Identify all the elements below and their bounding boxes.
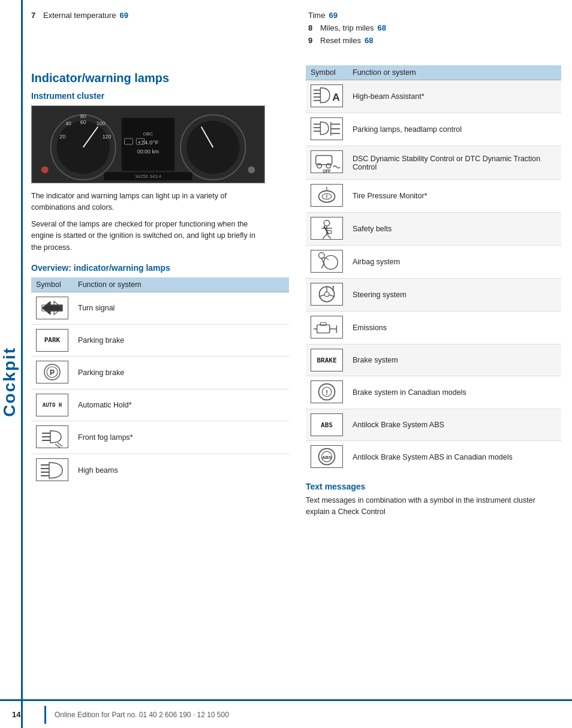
steering-icon: ! (311, 283, 343, 306)
brake-canadian-icon: ! (311, 380, 343, 403)
brake-icon: BRAKE (311, 349, 343, 371)
svg-text:120: 120 (103, 134, 112, 140)
top-item-9: 9 Reset miles 68 (308, 36, 561, 45)
table-row: BRAKE Brake system (306, 345, 561, 376)
top-item-time: Time 69 (308, 11, 561, 20)
table-row: ! ! Tire Pressure Monitor* (306, 180, 561, 213)
svg-line-61 (323, 234, 327, 239)
function-cell: Tire Pressure Monitor* (348, 180, 561, 213)
function-cell: Brake system (348, 345, 561, 376)
sidebar: Cockpit (0, 0, 23, 728)
function-cell: DSC Dynamic Stability Control or DTC Dyn… (348, 146, 561, 180)
symbol-cell: OFF (306, 146, 348, 180)
p-circle-icon: P (36, 361, 68, 383)
symbol-cell (306, 246, 348, 279)
svg-text:60: 60 (80, 119, 86, 125)
overview-title: Overview: indicator/warning lamps (31, 263, 289, 273)
svg-text:!: ! (326, 389, 328, 396)
function-cell: Parking lamps, headlamp control (348, 113, 561, 146)
table-row: Turn signal (31, 292, 289, 324)
function-cell: Antilock Brake System ABS in Canadian mo… (348, 441, 561, 474)
symbol-cell: ! (306, 279, 348, 312)
auto-hold-text: AUTO H (43, 402, 62, 408)
text-messages-body: Text messages in combination with a symb… (306, 495, 540, 518)
top-item-8: 8 Miles, trip miles 68 (308, 23, 561, 32)
airbag-icon (311, 250, 343, 273)
table-row: Airbag system (306, 246, 561, 279)
text-messages-title: Text messages (306, 482, 561, 491)
symbol-cell: PARK (31, 324, 73, 356)
item-ref-time: 69 (329, 11, 337, 20)
symbol-cell (31, 292, 73, 324)
svg-line-62 (327, 234, 331, 239)
table-row: Safety belts (306, 213, 561, 246)
symbol-cell: A (306, 80, 348, 113)
svg-point-22 (248, 166, 255, 173)
symbol-cell: ! ! (306, 180, 348, 213)
turn-signal-icon (36, 297, 68, 319)
svg-point-58 (324, 220, 330, 226)
svg-text:A: A (332, 91, 340, 103)
svg-line-68 (321, 264, 324, 268)
top-item-7: 7 External temperature 69 (31, 11, 284, 20)
item-label-8: Miles, trip miles (320, 23, 374, 32)
main-content: 7 External temperature 69 Time 69 8 Mile… (25, 0, 572, 534)
svg-text:00:00 km: 00:00 km (137, 149, 159, 155)
svg-text:40: 40 (65, 120, 71, 126)
svg-marker-23 (42, 301, 62, 315)
hba-icon: A (311, 84, 343, 107)
svg-text:80: 80 (80, 113, 86, 119)
subsection-instrument: Instrument cluster (31, 91, 289, 101)
function-cell: Airbag system (348, 246, 561, 279)
right-column: Symbol Function or system (306, 65, 561, 523)
symbol-cell (306, 113, 348, 146)
svg-text:ABS: ABS (322, 455, 332, 460)
svg-line-67 (321, 258, 324, 264)
seatbelt-icon (311, 217, 343, 240)
table-row: A High-beam Assistant* (306, 80, 561, 113)
item-ref-9: 68 (365, 36, 373, 45)
col-function-header-r: Function or system (348, 65, 561, 80)
footer-text: Online Edition for Part no. 01 40 2 606 … (55, 711, 229, 719)
item-ref-7: 69 (119, 11, 128, 20)
table-row: Front fog lamps* (31, 421, 289, 454)
left-column: Indicator/warning lamps Instrument clust… (31, 65, 289, 487)
table-row: OFF DSC Dynamic Stability Control or DTC… (306, 146, 561, 180)
tire-pressure-icon: ! ! (311, 184, 343, 207)
symbol-cell: BRAKE (306, 345, 348, 376)
svg-rect-75 (317, 325, 330, 333)
svg-point-70 (324, 292, 329, 297)
function-cell: Steering system (348, 279, 561, 312)
symbol-cell (31, 421, 73, 454)
table-row: ! Steering system (306, 279, 561, 312)
svg-text:OFF: OFF (323, 169, 330, 173)
function-cell: Automatic Hold* (73, 389, 289, 421)
body-text-1: The indicator and warning lamps can ligh… (31, 191, 265, 214)
abs-canadian-icon: ABS (311, 445, 343, 468)
svg-text:OBC: OBC (143, 131, 153, 137)
section-title: Indicator/warning lamps (31, 71, 289, 85)
svg-text:20: 20 (59, 134, 65, 140)
right-symbol-table: Symbol Function or system (306, 65, 561, 473)
function-cell: Antilock Brake System ABS (348, 409, 561, 441)
symbol-cell (306, 312, 348, 345)
left-symbol-table: Symbol Function or system (31, 277, 289, 487)
item-label-time: Time (308, 11, 325, 20)
table-row: High beams (31, 454, 289, 487)
svg-text:34256   343.4: 34256 343.4 (135, 174, 161, 179)
footer: 14 Online Edition for Part no. 01 40 2 6… (0, 699, 572, 728)
top-right: Time 69 8 Miles, trip miles 68 9 Reset m… (284, 11, 561, 49)
table-row: ABS Antilock Brake System ABS in Canadia… (306, 441, 561, 474)
col-symbol-header-r: Symbol (306, 65, 348, 80)
svg-point-66 (324, 255, 338, 269)
footer-divider (44, 706, 46, 724)
function-cell: Emissions (348, 312, 561, 345)
body-text-2: Several of the lamps are checked for pro… (31, 219, 265, 253)
parking-lamps-icon (311, 117, 343, 140)
top-left: 7 External temperature 69 (31, 11, 284, 49)
svg-text:!: ! (326, 186, 328, 192)
function-cell: High-beam Assistant* (348, 80, 561, 113)
function-cell: High beams (73, 454, 289, 487)
symbol-cell (306, 213, 348, 246)
svg-text:100: 100 (97, 120, 106, 126)
